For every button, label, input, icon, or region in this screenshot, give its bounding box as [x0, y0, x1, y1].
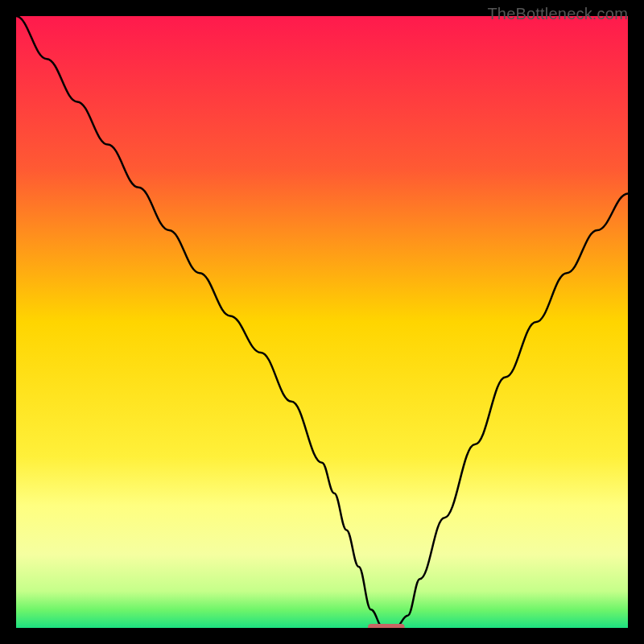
watermark-text: TheBottleneck.com — [487, 5, 628, 23]
chart-plot-area — [16, 16, 628, 628]
optimal-marker — [368, 624, 405, 628]
chart-svg — [16, 16, 628, 628]
